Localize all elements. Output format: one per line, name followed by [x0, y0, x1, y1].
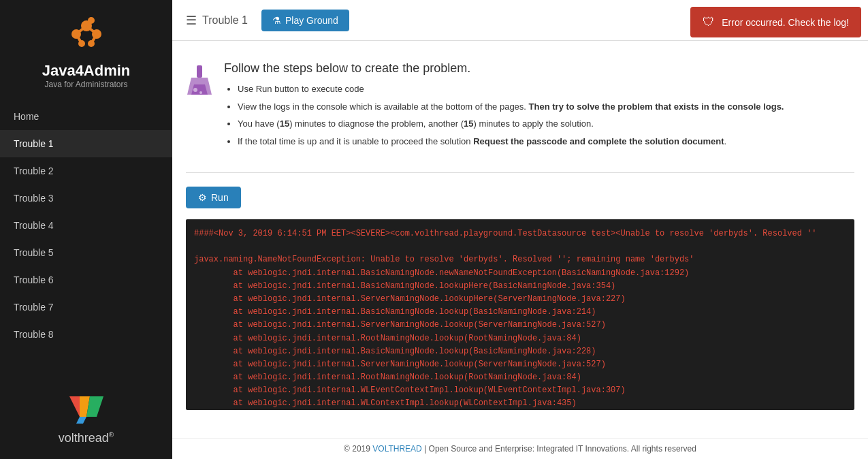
divider	[186, 172, 854, 173]
svg-point-3	[88, 17, 95, 24]
sidebar-item-trouble5[interactable]: Trouble 5	[0, 239, 172, 266]
instructions-content: Follow the steps below to create the pro…	[224, 61, 784, 152]
svg-marker-13	[76, 417, 86, 424]
page-title: Trouble 1	[202, 14, 248, 27]
playground-btn-label: Play Ground	[285, 15, 338, 26]
shield-icon: 🛡	[703, 15, 715, 29]
instruction-item-1: Use Run button to execute code	[238, 82, 784, 96]
instructions-list: Use Run button to execute code View the …	[224, 82, 784, 148]
sidebar-item-trouble2[interactable]: Trouble 2	[0, 157, 172, 185]
svg-point-8	[78, 40, 85, 47]
svg-point-9	[88, 40, 95, 47]
app-title: Java4Admin	[7, 62, 165, 80]
content-area: Follow the steps below to create the pro…	[172, 41, 868, 438]
playground-button[interactable]: ⚗ Play Ground	[261, 10, 349, 31]
app-logo	[63, 14, 110, 54]
topbar-left: ☰ Trouble 1 ⚗ Play Ground	[186, 10, 349, 31]
sidebar-item-trouble7[interactable]: Trouble 7	[0, 294, 172, 321]
main-content: 🛡 Error occurred. Check the log! ☰ Troub…	[172, 0, 868, 459]
run-btn-label: Run	[211, 192, 229, 203]
svg-point-17	[193, 88, 197, 92]
sidebar-item-trouble3[interactable]: Trouble 3	[0, 185, 172, 212]
instructions-heading: Follow the steps below to create the pro…	[224, 61, 784, 76]
volthread-link[interactable]: VOLTHREAD	[372, 444, 421, 454]
volthread-logo: volthread®	[14, 393, 159, 445]
sidebar-item-home[interactable]: Home	[0, 103, 172, 130]
sidebar-footer: volthread®	[0, 379, 172, 459]
hamburger-icon: ☰	[186, 13, 197, 28]
sidebar-item-trouble1[interactable]: Trouble 1	[0, 130, 172, 157]
error-message: Error occurred. Check the log!	[722, 17, 849, 28]
console-output[interactable]: ####<Nov 3, 2019 6:14:51 PM EET><SEVERE>…	[186, 219, 854, 410]
svg-point-18	[199, 91, 202, 94]
sidebar: Java4Admin Java for Administrators Home …	[0, 0, 172, 459]
run-button[interactable]: ⚙ Run	[186, 187, 241, 208]
sidebar-item-trouble8[interactable]: Trouble 8	[0, 321, 172, 348]
instruction-item-4: If the total time is up and it is unable…	[238, 135, 784, 148]
flask-icon	[186, 64, 213, 104]
sidebar-item-trouble6[interactable]: Trouble 6	[0, 266, 172, 294]
logo-area: Java4Admin Java for Administrators	[0, 0, 172, 103]
app-subtitle: Java for Administrators	[7, 80, 165, 89]
volthread-brand: volthread®	[59, 431, 114, 445]
sidebar-nav: Home Trouble 1 Trouble 2 Trouble 3 Troub…	[0, 103, 172, 348]
page-title-area: ☰ Trouble 1	[186, 13, 248, 28]
instruction-item-3: You have (15) minutes to diagnose the pr…	[238, 117, 784, 131]
volthread-logo-icon	[66, 393, 107, 427]
footer-text: © 2019 VOLTHREAD | Open Source and Enter…	[344, 444, 696, 454]
instruction-item-2: View the logs in the console which is av…	[238, 100, 784, 114]
svg-rect-14	[197, 65, 202, 78]
instructions-box: Follow the steps below to create the pro…	[186, 54, 854, 159]
sidebar-item-trouble4[interactable]: Trouble 4	[0, 212, 172, 239]
footer: © 2019 VOLTHREAD | Open Source and Enter…	[172, 438, 868, 459]
error-notification: 🛡 Error occurred. Check the log!	[690, 7, 861, 37]
flask-btn-icon: ⚗	[272, 15, 281, 26]
gear-icon: ⚙	[198, 192, 207, 203]
